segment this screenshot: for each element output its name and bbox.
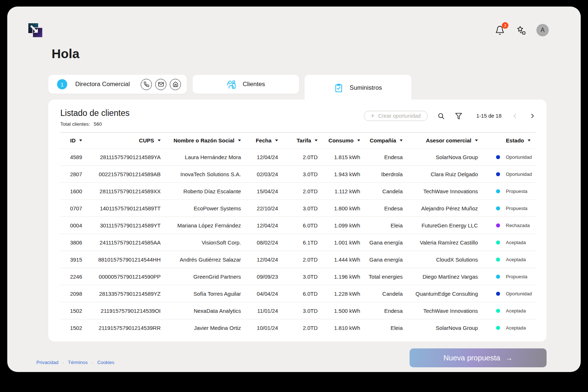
cell-id: 2807	[60, 171, 83, 177]
status-dot	[496, 223, 500, 227]
avatar[interactable]: A	[536, 24, 549, 36]
terms-link[interactable]: Términos	[68, 360, 88, 365]
column-header-tarifa[interactable]: Tarifa	[279, 137, 318, 144]
table-row[interactable]: 1502211915757901214539OINexaData Analyti…	[60, 302, 536, 319]
column-header-fecha[interactable]: Fecha	[242, 137, 279, 144]
column-header-cups[interactable]: CUPS	[83, 137, 161, 144]
status-dot	[496, 309, 500, 313]
cookies-link[interactable]: Cookies	[97, 360, 114, 365]
column-header-label: ID	[70, 137, 76, 144]
page-title: Hola	[52, 47, 80, 61]
cell-estado: Oportunidad	[479, 154, 536, 160]
cell-id: 2098	[60, 291, 83, 297]
tab-label: Suministros	[350, 84, 382, 92]
cell-nombre: Andrés Gutiérrez Salazar	[161, 256, 242, 263]
pagination-prev-button[interactable]	[511, 112, 519, 120]
privacy-link[interactable]: Privacidad	[36, 360, 59, 365]
column-header-nombre[interactable]: Nombre o Razón Social	[161, 137, 242, 144]
filter-button[interactable]	[455, 112, 463, 120]
sort-caret-icon	[357, 140, 360, 141]
cell-tarifa: 3.0TD	[279, 171, 318, 177]
cell-fecha: 04/04/24	[242, 291, 279, 297]
pagination-range: 1-15 de 18	[476, 113, 502, 119]
cell-id: 1502	[60, 325, 83, 331]
cell-id: 4589	[60, 154, 83, 160]
tab-label: Directora Comercial	[75, 81, 130, 88]
home-icon	[173, 81, 178, 87]
total-clients: Total clientes:560	[60, 121, 102, 127]
cell-consumo: 1.099 kWh	[318, 222, 361, 229]
cell-fecha: 10/01/24	[242, 325, 279, 331]
table-row[interactable]: 2246000005757901214590PPGreenGrid Partne…	[60, 268, 536, 285]
cell-estado: Aceptada	[479, 240, 536, 245]
cell-cups: 281335757901214589YZ	[83, 291, 161, 297]
cell-id: 0707	[60, 205, 83, 211]
column-header-id[interactable]: ID	[60, 137, 83, 144]
cell-cups: 140115757901214589TT	[83, 205, 161, 211]
cell-estado: Oportunidad	[479, 291, 536, 296]
integrations-button[interactable]	[515, 25, 526, 36]
phone-button[interactable]	[141, 79, 152, 90]
cell-fecha: 22/10/24	[242, 205, 279, 211]
cell-fecha: 02/03/24	[242, 171, 279, 177]
cell-id: 3806	[60, 239, 83, 246]
tab-suministros[interactable]: Suministros	[305, 75, 411, 101]
cell-consumo: 1.196 kWh	[318, 274, 361, 280]
cell-compania: Endesa	[361, 308, 403, 314]
cell-estado: Aceptada	[479, 257, 536, 262]
status-dot	[496, 189, 500, 193]
table-row[interactable]: 1502211915757901214539RRJavier Medina Or…	[60, 319, 536, 336]
status-dot	[496, 155, 500, 159]
column-header-estado[interactable]: Estado	[479, 137, 536, 144]
phone-icon	[144, 81, 149, 87]
cell-nombre: Roberto Díaz Escalante	[161, 188, 242, 194]
status-label: Oportunidad	[506, 291, 532, 296]
notifications-button[interactable]: 3	[494, 25, 505, 36]
cell-compania: Candela	[361, 188, 403, 194]
mail-button[interactable]	[155, 79, 166, 90]
column-header-compania[interactable]: Compañía	[361, 137, 403, 144]
cell-consumo: 1.228 kWh	[318, 291, 361, 297]
column-header-asesor[interactable]: Asesor comercial	[403, 137, 479, 144]
cell-estado: Propuesta	[479, 189, 536, 194]
cell-nombre: Laura Hernández Mora	[161, 154, 242, 160]
search-button[interactable]	[437, 112, 445, 120]
clients-panel: Listado de clientes Total clientes:560 +…	[48, 100, 547, 342]
clients-table: IDCUPSNombre o Razón SocialFechaTarifaCo…	[60, 132, 536, 336]
home-button[interactable]	[170, 79, 181, 90]
tab-directora-comercial[interactable]: 1 Directora Comercial	[48, 75, 187, 94]
table-row[interactable]: 0707140115757901214589TTEcoPower Systems…	[60, 199, 536, 217]
column-header-label: Nombre o Razón Social	[173, 137, 234, 144]
sort-caret-icon	[400, 140, 403, 141]
contact-count-badge: 1	[57, 79, 67, 89]
cell-fecha: 12/04/24	[242, 222, 279, 229]
cell-asesor: TechWave Innovations	[403, 188, 479, 194]
cell-id: 1502	[60, 308, 83, 314]
column-header-consumo[interactable]: Consumo	[318, 137, 361, 144]
create-opportunity-button[interactable]: + Crear oportunidad	[364, 111, 427, 121]
link-separator: ·	[92, 360, 93, 365]
sort-caret-icon	[158, 140, 161, 141]
table-row[interactable]: 3915881015757901214544HHAndrés Gutiérrez…	[60, 251, 536, 268]
status-label: Propuesta	[506, 206, 527, 211]
pagination-next-button[interactable]	[528, 112, 536, 120]
status-dot	[496, 326, 500, 330]
table-row[interactable]: 4589281115757901214589YALaura Hernández …	[60, 148, 536, 165]
cell-fecha: 15/04/24	[242, 188, 279, 194]
cell-asesor: SolarNova Group	[403, 154, 479, 160]
table-row[interactable]: 1600281115757901214589XXRoberto Díaz Esc…	[60, 182, 536, 199]
tab-clientes[interactable]: Clientes	[193, 75, 299, 94]
panel-title: Listado de clientes	[60, 108, 130, 118]
table-row[interactable]: 0004301115757901214589YTMariana López Fe…	[60, 217, 536, 234]
cell-asesor: QuantumEdge Consulting	[403, 291, 479, 297]
status-dot	[496, 172, 500, 176]
cell-asesor: TechWave Innovations	[403, 308, 479, 314]
table-row[interactable]: 2098281335757901214589YZSofía Torres Agu…	[60, 285, 536, 302]
table-row[interactable]: 3806241115757901214585AAVisionSoft Corp.…	[60, 234, 536, 251]
cell-consumo: 1.943 kWh	[318, 171, 361, 177]
status-dot	[496, 241, 500, 245]
table-row[interactable]: 2807002215757901214589ABInovaTech Soluti…	[60, 165, 536, 182]
new-proposal-button[interactable]: Nueva propuesta →	[410, 348, 547, 367]
cell-consumo: 1.800 kWh	[318, 205, 361, 211]
column-header-label: Estado	[506, 137, 524, 144]
